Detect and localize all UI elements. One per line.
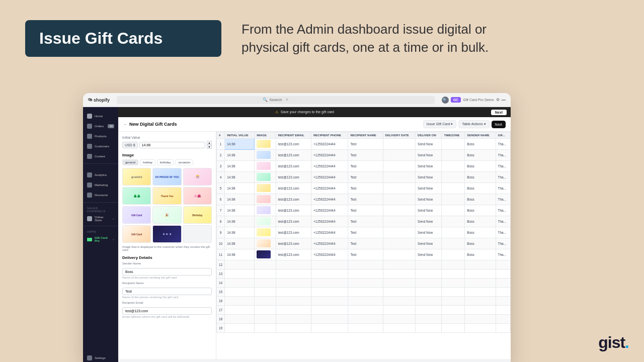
products-icon (87, 134, 92, 139)
table-row[interactable]: 1114.98test@123.com+12502224444TestSend … (217, 249, 511, 260)
back-arrow[interactable]: ← (123, 122, 127, 127)
sidebar-item-customers[interactable]: Customers (83, 141, 118, 151)
cell-image (255, 139, 276, 150)
table-row[interactable]: 16 (217, 297, 511, 306)
cell-sender: Boss (465, 238, 496, 249)
cell-deliver-on: Send Now (416, 139, 442, 150)
table-row[interactable]: 1014.98test@123.com+12502224444TestSend … (217, 238, 511, 249)
image-tabs: general holiday birthday occasion (122, 159, 212, 165)
image-card-proud[interactable]: SO PROUD OF YOU (152, 168, 181, 186)
cell-initial-value[interactable] (225, 324, 255, 333)
image-card-flowers[interactable]: 🌸🌺 (183, 187, 212, 205)
image-card-congrats[interactable]: 🎊 (183, 168, 212, 186)
issue-gift-card-button[interactable]: Issue Gift Card ▾ (423, 120, 457, 128)
recipient-email-input[interactable] (122, 307, 212, 315)
cell-initial-value[interactable] (225, 260, 255, 269)
sender-name-input[interactable] (122, 268, 212, 276)
cell-initial-value[interactable]: 14.98 (225, 161, 255, 172)
cell-initial-value[interactable] (225, 288, 255, 297)
cell-timezone (442, 172, 465, 183)
image-card-grateful[interactable]: grateful (122, 168, 151, 186)
image-card-dark-dots[interactable]: ✦ ✦ ✦ (152, 225, 181, 243)
table-row[interactable]: 15 (217, 288, 511, 297)
sidebar-item-discounts[interactable]: Discounts (83, 190, 118, 200)
cell-initial-value[interactable]: 14.98 (225, 183, 255, 194)
tab-holiday[interactable]: holiday (140, 159, 155, 165)
table-row[interactable]: 13 (217, 269, 511, 279)
cell-initial-value[interactable]: 14.98 (225, 249, 255, 260)
image-card-giftcard[interactable]: Gift Card (122, 206, 151, 224)
cell-sender: Boss (465, 194, 496, 205)
cell-name: Test (348, 161, 383, 172)
cell-initial-value[interactable] (225, 279, 255, 288)
search-browser-icon[interactable]: 🔍 (442, 97, 449, 104)
recipient-name-input[interactable] (122, 288, 212, 295)
table-row[interactable]: 18 (217, 315, 511, 324)
table-row[interactable]: 12 (217, 260, 511, 269)
cell-initial-value[interactable] (225, 315, 255, 324)
table-row[interactable]: 17 (217, 306, 511, 315)
table-row[interactable]: 14 (217, 279, 511, 288)
cell-name: Test (348, 249, 383, 260)
table-row[interactable]: 814.98test@123.com+12502224444TestSend N… (217, 216, 511, 227)
right-panel[interactable]: # INITIAL VALUE IMAGE RECIPIENT EMAIL RE… (216, 132, 511, 359)
image-card-giftcard2[interactable]: Gift Card (122, 225, 151, 243)
table-row[interactable]: 414.98test@123.com+12502224444TestSend N… (217, 172, 511, 183)
cell-initial-value[interactable]: 14.98 (225, 216, 255, 227)
cell-initial-value[interactable]: 14.98 (225, 139, 255, 150)
cell-phone: +12502224444 (311, 172, 348, 183)
table-row[interactable]: 314.98test@123.com+12502224444TestSend N… (217, 161, 511, 172)
cell-initial-value[interactable]: 14.98 (225, 172, 255, 183)
table-row[interactable]: 714.98test@123.com+12502224444TestSend N… (217, 205, 511, 216)
table-row[interactable]: 514.98test@123.com+12502224444TestSend N… (217, 183, 511, 194)
gist-dot: . (625, 333, 629, 351)
sidebar-item-gift-card-pro[interactable]: Gift Card Pro › (83, 234, 118, 244)
tab-occasion[interactable]: occasion (175, 159, 193, 165)
stepper-down[interactable]: ▼ (207, 145, 212, 149)
tab-general[interactable]: general (122, 159, 138, 165)
table-row[interactable]: 214.98test@123.com+12502224444TestSend N… (217, 150, 511, 161)
initial-value-input[interactable] (139, 142, 205, 148)
stepper-up[interactable]: ▲ (207, 141, 212, 145)
cell-initial-value[interactable]: 14.98 (225, 238, 255, 249)
cell-initial-value[interactable] (225, 306, 255, 315)
image-card-dots[interactable]: 🎉 (152, 206, 181, 224)
cell-initial-value[interactable]: 14.98 (225, 227, 255, 238)
col-initial-value: INITIAL VALUE (225, 132, 255, 139)
image-card-trees[interactable]: 🌲🌲 (122, 187, 151, 205)
cell-phone: +12502224444 (311, 216, 348, 227)
sidebar-item-home[interactable]: Home (83, 111, 118, 121)
cell-gift: Tha... (496, 205, 510, 216)
sidebar-item-online-store[interactable]: Online Store › (83, 214, 118, 224)
table-actions-button[interactable]: Table Actions ▾ (458, 120, 489, 128)
sidebar-item-products[interactable]: Products (83, 131, 118, 141)
cell-timezone (442, 194, 465, 205)
cell-initial-value[interactable] (225, 297, 255, 306)
next-button-top[interactable]: Next (491, 110, 507, 115)
next-button[interactable]: Next (492, 121, 506, 128)
cell-initial-value[interactable]: 14.98 (225, 205, 255, 216)
sidebar-item-settings[interactable]: Settings (83, 353, 118, 362)
value-stepper[interactable]: ▲ ▼ (207, 141, 212, 149)
settings-icon[interactable]: ⚙ (496, 98, 500, 102)
cell-initial-value[interactable]: 14.98 (225, 194, 255, 205)
cell-initial-value[interactable]: 14.98 (225, 150, 255, 161)
image-card-birthday[interactable]: Birthday (183, 206, 212, 224)
address-bar[interactable]: 🔍 Search ✕ (117, 96, 435, 104)
tab-birthday[interactable]: birthday (157, 159, 174, 165)
sidebar-item-content[interactable]: Content (83, 151, 118, 161)
cell-initial-value[interactable] (225, 269, 255, 279)
image-card-empty[interactable] (183, 225, 212, 243)
table-row[interactable]: 19 (217, 324, 511, 333)
cell-image (255, 150, 276, 161)
sidebar-item-orders[interactable]: Orders 38 (83, 121, 118, 131)
table-row[interactable]: 914.98test@123.com+12502224444TestSend N… (217, 227, 511, 238)
sidebar-item-analytics[interactable]: Analytics (83, 170, 118, 180)
cell-sender: Boss (465, 161, 496, 172)
sidebar-item-marketing[interactable]: Marketing (83, 180, 118, 190)
table-row[interactable]: 114.98test@123.com+12502224444TestSend N… (217, 139, 511, 150)
more-icon[interactable]: ••• (502, 98, 506, 102)
sidebar-divider-3 (83, 226, 118, 226)
image-card-thankyou[interactable]: Thank You (152, 187, 181, 205)
table-row[interactable]: 614.98test@123.com+12502224444TestSend N… (217, 194, 511, 205)
